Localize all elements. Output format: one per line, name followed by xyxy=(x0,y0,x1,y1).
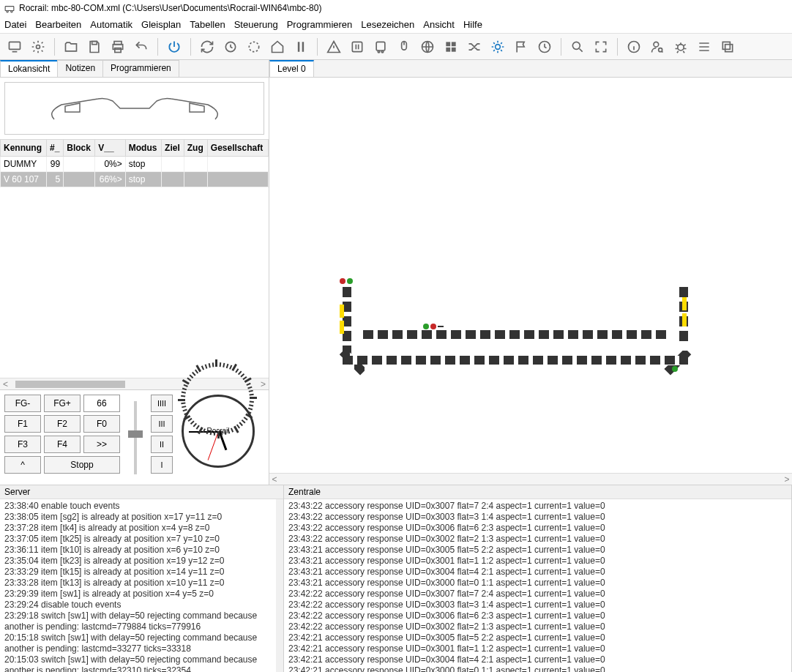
toolbar-user-search-icon[interactable] xyxy=(647,37,668,57)
zentrale-log-header: Zentrale xyxy=(284,485,791,499)
toolbar-gear-icon[interactable] xyxy=(28,37,48,57)
signal-left[interactable] xyxy=(340,278,353,284)
menu-steuerung[interactable]: Steuerung xyxy=(234,19,278,30)
fg-minus-button[interactable]: FG- xyxy=(4,395,41,412)
stopp-button[interactable]: Stopp xyxy=(44,456,120,474)
left-tabs: Lokansicht Notizen Programmieren xyxy=(0,60,269,78)
svg-point-2 xyxy=(11,11,12,12)
toolbar-undo-icon[interactable] xyxy=(131,37,152,57)
toolbar-flag-icon[interactable] xyxy=(511,37,531,57)
log-line: 23:38:40 enable touch events xyxy=(4,501,279,512)
tab-lokansicht[interactable]: Lokansicht xyxy=(0,60,58,77)
menu-ansicht[interactable]: Ansicht xyxy=(423,19,455,30)
toolbar-pause-icon[interactable] xyxy=(347,37,367,57)
log-line: 23:42:21 accessory response UID=0x3005 f… xyxy=(288,632,787,643)
f3-button[interactable]: F3 xyxy=(4,436,41,453)
caret-button[interactable]: ^ xyxy=(4,456,41,474)
toolbar-dashed-circle-icon[interactable] xyxy=(244,37,264,57)
th-zug[interactable]: Zug xyxy=(184,140,207,157)
toolbar-light-icon[interactable] xyxy=(487,37,508,57)
th-v[interactable]: V__ xyxy=(95,140,125,157)
log-line: 23:35:04 item [tk23] is already at posit… xyxy=(4,556,279,567)
menu-tabellen[interactable]: Tabellen xyxy=(190,19,225,30)
toolbar-fullscreen-icon[interactable] xyxy=(591,37,611,57)
toolbar-power-icon[interactable] xyxy=(164,37,184,57)
rom-1-button[interactable]: I xyxy=(151,456,173,474)
menu-datei[interactable]: Datei xyxy=(4,19,26,30)
toolbar-open-icon[interactable] xyxy=(61,37,81,57)
toolbar-stop-icon[interactable] xyxy=(291,37,311,57)
log-line: 23:42:21 accessory response UID=0x3001 f… xyxy=(288,643,787,654)
menubar: Datei Bearbeiten Automatik Gleisplan Tab… xyxy=(0,16,792,34)
toolbar-cycle-icon[interactable] xyxy=(220,37,241,57)
menu-programmieren[interactable]: Programmieren xyxy=(287,19,353,30)
speed-slider[interactable] xyxy=(124,395,146,480)
table-row[interactable]: DUMMY 99 0%> stop xyxy=(1,157,269,172)
tab-level-0[interactable]: Level 0 xyxy=(269,60,314,77)
toolbar-globe-icon[interactable] xyxy=(417,37,438,57)
toolbar-info-icon[interactable] xyxy=(624,37,644,57)
zentrale-log[interactable]: 23:43:22 accessory response UID=0x3007 f… xyxy=(284,499,791,672)
table-row[interactable]: V 60 107 5 66%> stop xyxy=(1,172,269,187)
server-log[interactable]: 23:38:40 enable touch events23:38:05 ite… xyxy=(0,499,283,672)
svg-point-29 xyxy=(678,44,684,50)
f4-button[interactable]: F4 xyxy=(44,436,81,453)
th-ges[interactable]: Gesellschaft xyxy=(207,140,268,157)
left-hscrollbar[interactable]: <> xyxy=(0,378,269,389)
log-line: 23:42:22 accessory response UID=0x3003 f… xyxy=(288,600,787,611)
toolbar-warning-icon[interactable] xyxy=(324,37,344,57)
loco-table: Kennung #_ Block V__ Modus Ziel Zug Gese… xyxy=(0,139,269,187)
toolbar-list-icon[interactable] xyxy=(694,37,714,57)
log-line: 23:43:22 accessory response UID=0x3007 f… xyxy=(288,501,787,512)
loco-control-panel: FG- FG+ 66 F1 F2 F0 F3 F4 >> ^ Stopp III… xyxy=(0,389,269,485)
tab-notizen[interactable]: Notizen xyxy=(57,60,103,77)
f1-button[interactable]: F1 xyxy=(4,415,41,433)
track-plan[interactable] xyxy=(269,78,792,473)
toolbar-home-icon[interactable] xyxy=(267,37,288,57)
th-block[interactable]: Block xyxy=(64,140,95,157)
toolbar-copy-icon[interactable] xyxy=(717,37,738,57)
svg-point-27 xyxy=(654,42,659,47)
svg-point-4 xyxy=(37,45,40,48)
log-line: 23:37:28 item [tk4] is already at positi… xyxy=(4,523,279,534)
svg-rect-30 xyxy=(725,44,733,51)
menu-lesezeichen[interactable]: Lesezeichen xyxy=(361,19,414,30)
menu-gleisplan[interactable]: Gleisplan xyxy=(141,19,181,30)
fg-plus-button[interactable]: FG+ xyxy=(44,395,81,412)
log-line: 23:29:39 item [sw1] is already at positi… xyxy=(4,589,279,600)
toolbar-train-icon[interactable] xyxy=(370,37,391,57)
toolbar-print-icon[interactable] xyxy=(108,37,128,57)
menu-automatik[interactable]: Automatik xyxy=(90,19,132,30)
log-line: 23:43:21 accessory response UID=0x3001 f… xyxy=(288,556,787,567)
toolbar-grid-icon[interactable] xyxy=(441,37,461,57)
rom-2-button[interactable]: II xyxy=(151,436,173,453)
toolbar-mouse-icon[interactable] xyxy=(394,37,414,57)
toolbar-screen-icon[interactable] xyxy=(4,37,25,57)
svg-point-15 xyxy=(378,51,380,53)
direction-button[interactable]: >> xyxy=(83,436,120,453)
toolbar-shuffle-icon[interactable] xyxy=(464,37,485,57)
toolbar-refresh-icon[interactable] xyxy=(197,37,217,57)
rom-4-button[interactable]: IIII xyxy=(151,395,173,412)
toolbar-save-icon[interactable] xyxy=(84,37,105,57)
signal-mid[interactable] xyxy=(423,324,444,329)
th-num[interactable]: #_ xyxy=(47,140,64,157)
log-line: 23:37:05 item [tk25] is already at posit… xyxy=(4,534,279,545)
menu-bearbeiten[interactable]: Bearbeiten xyxy=(35,19,81,30)
f2-button[interactable]: F2 xyxy=(44,415,81,433)
th-ziel[interactable]: Ziel xyxy=(162,140,184,157)
svg-point-1 xyxy=(7,11,8,12)
th-modus[interactable]: Modus xyxy=(125,140,161,157)
tab-programmieren[interactable]: Programmieren xyxy=(102,60,179,77)
th-kennung[interactable]: Kennung xyxy=(1,140,47,157)
toolbar-bug-icon[interactable] xyxy=(670,37,691,57)
toolbar-clock-icon[interactable] xyxy=(534,37,555,57)
svg-rect-31 xyxy=(722,42,730,49)
signal-lower[interactable] xyxy=(665,366,678,372)
f0-button[interactable]: F0 xyxy=(83,415,120,433)
plan-hscrollbar[interactable]: <> xyxy=(269,473,792,485)
menu-hilfe[interactable]: Hilfe xyxy=(463,19,482,30)
toolbar-zoom-icon[interactable] xyxy=(567,37,588,57)
rom-3-button[interactable]: III xyxy=(151,415,173,433)
loco-outline-icon xyxy=(40,90,230,127)
